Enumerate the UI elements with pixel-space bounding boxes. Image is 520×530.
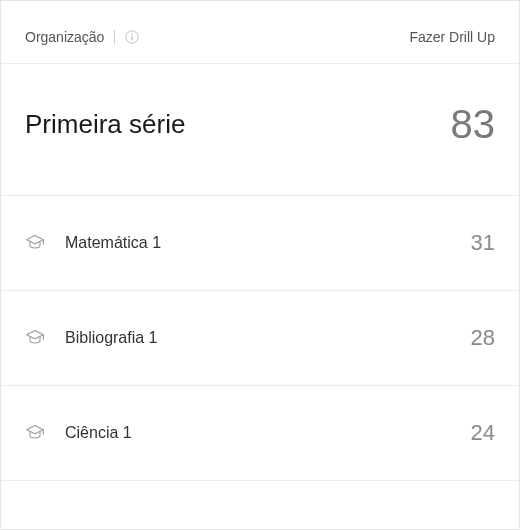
list-item[interactable]: Ciência 1 24 <box>1 386 519 481</box>
header-left: Organização <box>25 29 139 45</box>
graduation-cap-icon <box>25 233 45 253</box>
list-item-label: Matemática 1 <box>65 234 161 252</box>
summary-title: Primeira série <box>25 109 185 140</box>
list-item[interactable]: Bibliografia 1 28 <box>1 291 519 386</box>
graduation-cap-icon <box>25 423 45 443</box>
list-item-left: Bibliografia 1 <box>25 328 158 348</box>
list-item[interactable]: Matemática 1 31 <box>1 196 519 291</box>
drill-up-link[interactable]: Fazer Drill Up <box>409 29 495 45</box>
list-item-value: 28 <box>471 325 495 351</box>
summary-value: 83 <box>451 102 496 147</box>
panel-header: Organização Fazer Drill Up <box>1 1 519 64</box>
summary-row[interactable]: Primeira série 83 <box>1 64 519 196</box>
organization-label: Organização <box>25 29 104 45</box>
info-icon[interactable] <box>125 30 139 44</box>
list-item-label: Ciência 1 <box>65 424 132 442</box>
list-item-value: 31 <box>471 230 495 256</box>
list-item-left: Ciência 1 <box>25 423 132 443</box>
list-item-label: Bibliografia 1 <box>65 329 158 347</box>
list-item-value: 24 <box>471 420 495 446</box>
svg-point-1 <box>132 33 134 35</box>
svg-rect-2 <box>132 36 133 41</box>
list-item-left: Matemática 1 <box>25 233 161 253</box>
panel: Organização Fazer Drill Up Primeira séri… <box>0 0 520 530</box>
header-divider <box>114 30 115 44</box>
graduation-cap-icon <box>25 328 45 348</box>
